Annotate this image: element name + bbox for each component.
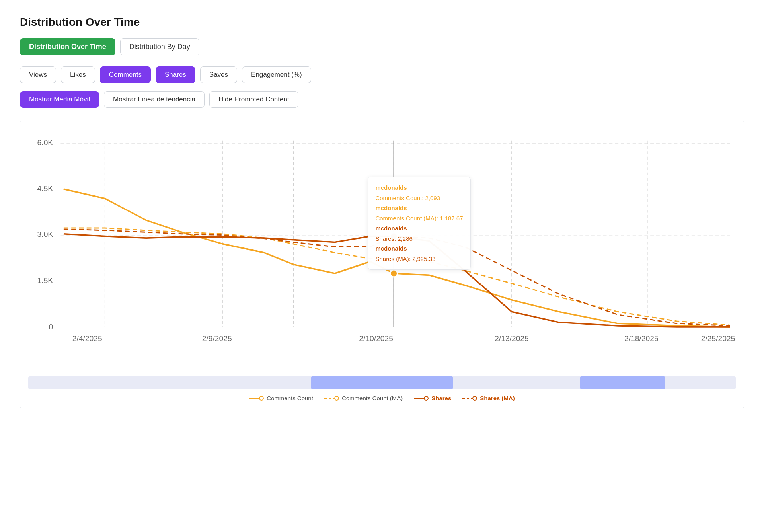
svg-text:2/18/2025: 2/18/2025: [624, 334, 659, 343]
svg-point-18: [390, 233, 398, 240]
svg-text:3.0K: 3.0K: [37, 230, 53, 238]
toggle-hide-promoted[interactable]: Hide Promoted Content: [209, 91, 298, 108]
toggle-row: Mostrar Media Móvil Mostrar Línea de ten…: [20, 91, 744, 108]
svg-text:0: 0: [49, 323, 53, 331]
chart-area: .axis-label { font-family: -apple-system…: [28, 129, 736, 376]
scrubber[interactable]: [28, 376, 736, 389]
metric-likes[interactable]: Likes: [61, 66, 95, 83]
toggle-trend-line[interactable]: Mostrar Línea de tendencia: [104, 91, 205, 108]
svg-text:6.0K: 6.0K: [37, 138, 53, 147]
page-title: Distribution Over Time: [20, 16, 744, 29]
svg-text:2/9/2025: 2/9/2025: [202, 334, 232, 343]
chart-svg: .axis-label { font-family: -apple-system…: [28, 129, 736, 376]
svg-text:1.5K: 1.5K: [37, 276, 53, 285]
svg-text:2/4/2025: 2/4/2025: [72, 334, 102, 343]
tab-distribution-over-time[interactable]: Distribution Over Time: [20, 38, 115, 55]
chart-container: .axis-label { font-family: -apple-system…: [20, 121, 744, 408]
toggle-moving-avg[interactable]: Mostrar Media Móvil: [20, 91, 99, 108]
metric-shares[interactable]: Shares: [156, 66, 195, 83]
scrubber-handle-right[interactable]: [580, 376, 665, 389]
svg-point-17: [390, 270, 398, 277]
legend-comments-count-ma: Comments Count (MA): [324, 395, 403, 401]
svg-text:2/13/2025: 2/13/2025: [495, 334, 529, 343]
metric-row: Views Likes Comments Shares Saves Engage…: [20, 66, 744, 83]
metric-comments[interactable]: Comments: [100, 66, 151, 83]
metric-views[interactable]: Views: [20, 66, 56, 83]
scrubber-handle-left[interactable]: [311, 376, 453, 389]
legend-shares-ma: Shares (MA): [462, 395, 515, 401]
metric-engagement[interactable]: Engagement (%): [242, 66, 311, 83]
svg-text:2/10/2025: 2/10/2025: [359, 334, 393, 343]
metric-saves[interactable]: Saves: [200, 66, 237, 83]
tab-distribution-by-day[interactable]: Distribution By Day: [120, 38, 199, 55]
svg-text:4.5K: 4.5K: [37, 184, 53, 193]
legend-comments-count: Comments Count: [249, 395, 313, 401]
svg-text:2/25/2025: 2/25/2025: [701, 334, 735, 343]
legend-row: Comments Count Comments Count (MA) Share…: [28, 389, 736, 408]
tab-row: Distribution Over Time Distribution By D…: [20, 38, 744, 55]
legend-shares: Shares: [414, 395, 451, 401]
